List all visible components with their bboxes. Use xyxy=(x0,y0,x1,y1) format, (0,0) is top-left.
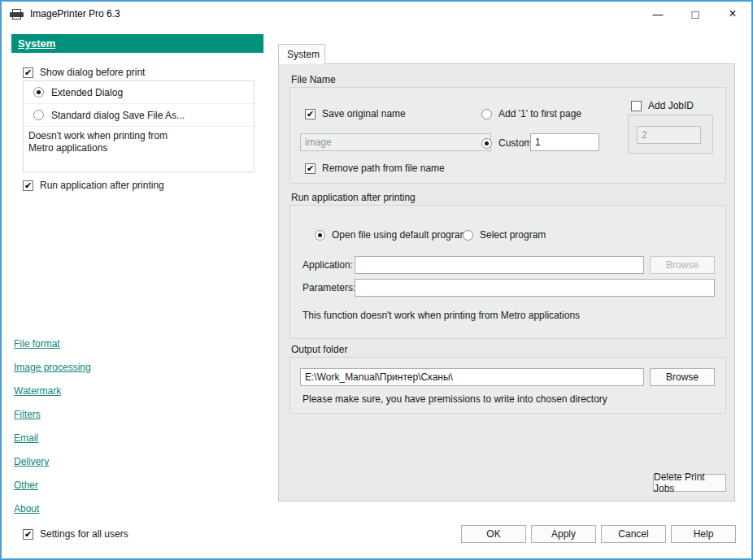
run-app-checkbox[interactable]: ✔ xyxy=(23,180,33,191)
save-original-checkbox[interactable]: ✔ xyxy=(305,109,316,119)
minimize-icon[interactable]: — xyxy=(639,2,677,26)
custom-radio[interactable] xyxy=(481,138,492,149)
remove-path-label: Remove path from file name xyxy=(322,163,445,174)
maximize-icon[interactable]: □ xyxy=(677,2,714,26)
sidebar-item-delivery[interactable]: Delivery xyxy=(14,456,91,467)
application-browse-button[interactable]: Browse xyxy=(650,256,715,274)
show-dialog-checkbox[interactable]: ✔ xyxy=(23,67,33,78)
dialog-options-box: Extended Dialog Standard dialog Save Fil… xyxy=(23,80,255,172)
delete-print-jobs-button[interactable]: Delete Print Jobs xyxy=(653,474,726,492)
parameters-label: Parameters: xyxy=(303,282,355,293)
add-jobid-checkbox[interactable] xyxy=(631,101,642,111)
sidebar-item-filters[interactable]: Filters xyxy=(14,409,91,420)
output-folder-group: Browse Please make sure, you have premis… xyxy=(289,357,726,414)
sidebar-links: File format Image processing Watermark F… xyxy=(14,338,91,527)
system-panel: File Name ✔ Save original name Add '1' t… xyxy=(278,63,735,501)
cancel-button[interactable]: Cancel xyxy=(601,525,666,543)
run-app-group: Open file using default program Select p… xyxy=(289,205,726,339)
open-default-row: Open file using default program xyxy=(315,229,468,241)
select-program-radio[interactable] xyxy=(463,230,473,241)
sidebar-header-label: System xyxy=(18,37,55,50)
all-users-label: Settings for all users xyxy=(40,528,128,540)
remove-path-row: ✔ Remove path from file name xyxy=(305,163,445,174)
run-app-note: This function doesn't work when printing… xyxy=(303,310,580,321)
select-program-label: Select program xyxy=(480,229,546,241)
parameters-input[interactable] xyxy=(355,279,715,297)
show-dialog-label: Show dialog before print xyxy=(40,67,145,78)
standard-dialog-radio[interactable] xyxy=(33,110,44,120)
close-icon[interactable]: × xyxy=(714,2,751,26)
sidebar-item-image-processing[interactable]: Image processing xyxy=(14,362,91,373)
standard-dialog-option[interactable]: Standard dialog Save File As... xyxy=(24,104,254,127)
sidebar-item-watermark[interactable]: Watermark xyxy=(14,385,91,397)
sidebar-item-file-format[interactable]: File format xyxy=(14,338,91,349)
add-jobid-row: Add JobID xyxy=(631,100,694,111)
save-original-row: ✔ Save original name xyxy=(305,108,406,119)
output-browse-button[interactable]: Browse xyxy=(650,368,715,386)
title-left: ImagePrinter Pro 6.3 xyxy=(2,8,120,20)
dialog-note-line2: Metro applications xyxy=(28,142,254,154)
extended-dialog-radio[interactable] xyxy=(33,87,44,98)
custom-value-input[interactable] xyxy=(530,133,599,151)
all-users-row: ✔ Settings for all users xyxy=(23,528,128,540)
show-dialog-row: ✔ Show dialog before print xyxy=(23,67,145,78)
sidebar-item-email[interactable]: Email xyxy=(14,432,91,444)
dialog-note-line1: Doesn't work when printing from xyxy=(28,130,254,142)
file-name-title: File Name xyxy=(291,74,336,85)
run-app-row: ✔ Run application after printing xyxy=(23,180,164,191)
jobid-input[interactable] xyxy=(637,126,701,144)
add-one-radio[interactable] xyxy=(481,109,492,119)
title-bar: ImagePrinter Pro 6.3 — □ × xyxy=(2,2,751,26)
add-one-row: Add '1' to first page xyxy=(481,108,581,119)
run-app-title: Run application after printing xyxy=(291,192,416,203)
window-controls: — □ × xyxy=(639,2,751,26)
output-path-input[interactable] xyxy=(300,368,644,386)
add-one-label: Add '1' to first page xyxy=(498,108,581,119)
save-original-label: Save original name xyxy=(322,108,406,119)
sidebar-item-other[interactable]: Other xyxy=(14,480,91,491)
custom-label: Custom xyxy=(498,137,532,149)
sidebar-item-about[interactable]: About xyxy=(14,503,91,514)
run-app-label: Run application after printing xyxy=(40,180,164,191)
add-jobid-label: Add JobID xyxy=(648,100,694,111)
all-users-checkbox[interactable]: ✔ xyxy=(23,529,33,540)
select-program-row: Select program xyxy=(463,229,546,241)
tab-system[interactable]: System xyxy=(278,44,325,64)
custom-row: Custom xyxy=(481,137,532,149)
remove-path-checkbox[interactable]: ✔ xyxy=(305,163,316,174)
file-name-group: ✔ Save original name Add '1' to first pa… xyxy=(289,87,726,184)
extended-dialog-label: Extended Dialog xyxy=(51,87,123,98)
extended-dialog-option[interactable]: Extended Dialog xyxy=(24,81,254,104)
printer-icon xyxy=(10,9,24,20)
ok-button[interactable]: OK xyxy=(461,525,526,543)
apply-button[interactable]: Apply xyxy=(531,525,596,543)
file-name-input[interactable] xyxy=(300,133,491,151)
standard-dialog-label: Standard dialog Save File As... xyxy=(51,110,185,121)
open-default-label: Open file using default program xyxy=(332,229,468,241)
sidebar-header-system: System xyxy=(11,34,263,53)
open-default-radio[interactable] xyxy=(315,230,325,241)
window-title: ImagePrinter Pro 6.3 xyxy=(30,8,120,20)
tab-system-label: System xyxy=(287,49,320,60)
application-label: Application: xyxy=(303,259,353,271)
dialog-note: Doesn't work when printing from Metro ap… xyxy=(24,127,254,154)
output-note: Please make sure, you have premissions t… xyxy=(303,393,607,405)
output-folder-title: Output folder xyxy=(291,344,347,355)
app-window: ImagePrinter Pro 6.3 — □ × System ✔ Show… xyxy=(0,0,753,560)
application-input[interactable] xyxy=(355,256,644,274)
jobid-box xyxy=(628,115,713,154)
help-button[interactable]: Help xyxy=(671,525,736,543)
